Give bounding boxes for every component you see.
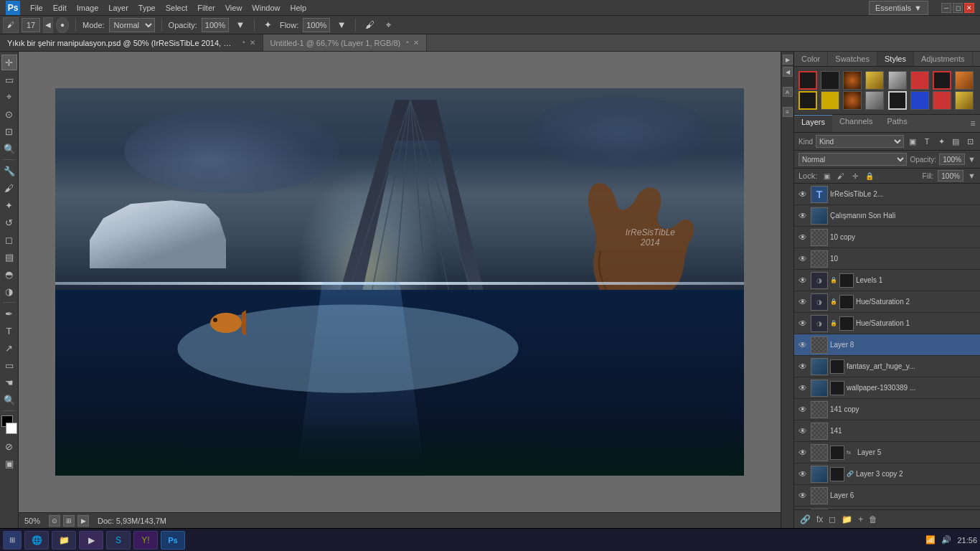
dodge-tool[interactable]: ◑ bbox=[1, 283, 17, 299]
new-group-icon[interactable]: 📁 bbox=[842, 514, 852, 524]
layer-visibility-icon[interactable]: 👁 bbox=[797, 447, 809, 458]
menu-view[interactable]: View bbox=[225, 4, 242, 12]
tab-color[interactable]: Color bbox=[794, 52, 828, 66]
style-swatch-16[interactable] bbox=[955, 91, 974, 110]
new-layer-icon[interactable]: + bbox=[858, 514, 863, 524]
lock-all-icon[interactable]: 🔒 bbox=[864, 171, 875, 181]
select-rect-tool[interactable]: ▭ bbox=[1, 72, 17, 88]
layer-item[interactable]: 👁10 bbox=[794, 248, 980, 270]
layer-visibility-icon[interactable]: 👁 bbox=[797, 490, 809, 501]
layer-item[interactable]: 👁🔗Layer 3 copy 2 bbox=[794, 463, 980, 485]
lock-position-icon[interactable]: ✛ bbox=[850, 171, 860, 181]
canvas-wrapper[interactable]: IrReSisTibLe 2014 bbox=[19, 52, 781, 512]
minimize-button[interactable]: ─ bbox=[941, 3, 951, 13]
brush-size-input[interactable] bbox=[22, 18, 40, 32]
layer-visibility-icon[interactable]: 👁 bbox=[797, 253, 809, 265]
delete-layer-icon[interactable]: 🗑 bbox=[869, 514, 877, 524]
essentials-dropdown[interactable]: Essentials ▼ bbox=[869, 1, 928, 15]
layer-item[interactable]: 👁fxLayer 5 bbox=[794, 442, 980, 463]
menu-filter[interactable]: Filter bbox=[197, 4, 215, 12]
status-icon-2[interactable]: ⊞ bbox=[63, 515, 75, 527]
path-select-tool[interactable]: ↗ bbox=[1, 340, 17, 356]
filter-type-icon[interactable]: ✦ bbox=[936, 136, 947, 147]
gradient-tool[interactable]: ▤ bbox=[1, 249, 17, 265]
filter-pixel-icon[interactable]: ▣ bbox=[907, 136, 918, 147]
layer-visibility-icon[interactable]: 👁 bbox=[797, 275, 809, 286]
layer-item[interactable]: 👁TIrReSisTibLe 2... bbox=[794, 184, 980, 205]
status-icon-3[interactable]: ▶ bbox=[77, 515, 89, 527]
flow-arrow-icon[interactable]: ▼ bbox=[334, 18, 349, 32]
eyedropper-tool[interactable]: 🔍 bbox=[1, 141, 17, 156]
opacity-dropdown-icon[interactable]: ▼ bbox=[968, 155, 976, 164]
style-swatch-15[interactable] bbox=[933, 91, 951, 110]
filter-smart-icon[interactable]: ⊡ bbox=[964, 136, 976, 147]
style-swatch-9[interactable] bbox=[798, 91, 817, 110]
panel-toggle-2[interactable]: ◀ bbox=[783, 67, 793, 77]
layer-visibility-icon[interactable]: 👁 bbox=[797, 361, 809, 372]
layers-tab-channels[interactable]: Channels bbox=[832, 115, 880, 132]
style-swatch-8[interactable] bbox=[955, 71, 974, 90]
lock-transparency-icon[interactable]: ▣ bbox=[821, 171, 831, 181]
panel-toggle-1[interactable]: ▶ bbox=[783, 55, 793, 65]
panel-icon-1[interactable]: A bbox=[783, 87, 793, 97]
layer-visibility-icon[interactable]: 👁 bbox=[797, 404, 809, 415]
tab-1[interactable]: Yıkık bir şehir manipulasyon.psd @ 50% (… bbox=[0, 34, 263, 51]
opacity-arrow-icon[interactable]: ▼ bbox=[233, 18, 248, 32]
style-swatch-11[interactable] bbox=[843, 91, 862, 110]
style-swatch-7[interactable] bbox=[933, 71, 951, 90]
taskbar-ie[interactable]: 🌐 bbox=[24, 531, 49, 550]
style-swatch-12[interactable] bbox=[865, 91, 884, 110]
menu-window[interactable]: Window bbox=[252, 4, 280, 12]
brush-tool-btn[interactable]: 🖌 bbox=[3, 17, 19, 33]
zoom-tool[interactable]: 🔍 bbox=[1, 392, 17, 408]
status-icon-1[interactable]: ⊙ bbox=[49, 515, 60, 527]
style-swatch-5[interactable] bbox=[888, 71, 907, 90]
layer-item[interactable]: 👁◑🔒Hue/Saturation 1 bbox=[794, 313, 980, 334]
layer-visibility-icon[interactable]: 👁 bbox=[797, 425, 809, 437]
brush-tool[interactable]: 🖌 bbox=[1, 180, 17, 196]
layer-mask-icon[interactable]: ◻ bbox=[829, 514, 836, 524]
lasso-tool[interactable]: ⌖ bbox=[1, 89, 17, 105]
layer-item[interactable]: 👁fantasy_art_huge_y... bbox=[794, 356, 980, 377]
layers-tab-layers[interactable]: Layers bbox=[794, 115, 832, 132]
filter-adj-icon[interactable]: T bbox=[921, 136, 933, 147]
opacity-input[interactable] bbox=[939, 154, 965, 165]
layer-visibility-icon[interactable]: 👁 bbox=[797, 232, 809, 243]
menu-layer[interactable]: Layer bbox=[108, 4, 128, 12]
menu-edit[interactable]: Edit bbox=[53, 4, 67, 12]
history-brush-tool[interactable]: ↺ bbox=[1, 215, 17, 230]
layers-panel-menu-icon[interactable]: ≡ bbox=[966, 115, 980, 132]
tab-swatches[interactable]: Swatches bbox=[828, 52, 877, 66]
style-swatch-14[interactable] bbox=[910, 91, 929, 110]
background-color[interactable] bbox=[6, 423, 17, 434]
layer-visibility-icon[interactable]: 👁 bbox=[797, 339, 809, 351]
quick-select-tool[interactable]: ⊙ bbox=[1, 106, 17, 122]
menu-type[interactable]: Type bbox=[138, 4, 156, 12]
blend-mode-select[interactable]: Normal Multiply Screen bbox=[798, 153, 907, 166]
pen-tool[interactable]: ✒ bbox=[1, 306, 17, 321]
layer-visibility-icon[interactable]: 👁 bbox=[797, 382, 809, 394]
airbrush-icon[interactable]: ✦ bbox=[261, 18, 275, 32]
taskbar-start[interactable]: ⊞ bbox=[3, 531, 22, 550]
tab-adjustments[interactable]: Adjustments bbox=[914, 52, 973, 66]
layer-visibility-icon[interactable]: 👁 bbox=[797, 210, 809, 222]
brush-size-down[interactable]: ◀ bbox=[43, 17, 53, 33]
layer-effects-icon[interactable]: fx bbox=[816, 514, 823, 524]
layer-item[interactable]: 👁◑🔒Levels 1 bbox=[794, 270, 980, 291]
taskbar-ps[interactable]: Ps bbox=[161, 531, 185, 550]
screen-mode-icon[interactable]: ▣ bbox=[1, 456, 17, 471]
layer-item[interactable]: 👁Layer 6 bbox=[794, 485, 980, 507]
layer-item[interactable]: 👁Layer 8 bbox=[794, 334, 980, 356]
style-swatch-6[interactable] bbox=[910, 71, 929, 90]
symmetry-icon[interactable]: ⌖ bbox=[381, 18, 395, 32]
menu-image[interactable]: Image bbox=[77, 4, 99, 12]
link-layers-icon[interactable]: 🔗 bbox=[800, 514, 811, 524]
tab-2-close[interactable]: ✕ bbox=[413, 39, 419, 47]
tab-styles[interactable]: Styles bbox=[877, 52, 914, 66]
layer-item[interactable]: 👁10 copy bbox=[794, 227, 980, 248]
fill-dropdown-icon[interactable]: ▼ bbox=[968, 171, 976, 180]
brush-panel-icon[interactable]: 🖌 bbox=[362, 18, 377, 32]
lock-pixels-icon[interactable]: 🖌 bbox=[836, 171, 846, 181]
panel-icon-2[interactable]: ≡ bbox=[783, 107, 793, 117]
layer-item[interactable]: 👁141 bbox=[794, 420, 980, 442]
